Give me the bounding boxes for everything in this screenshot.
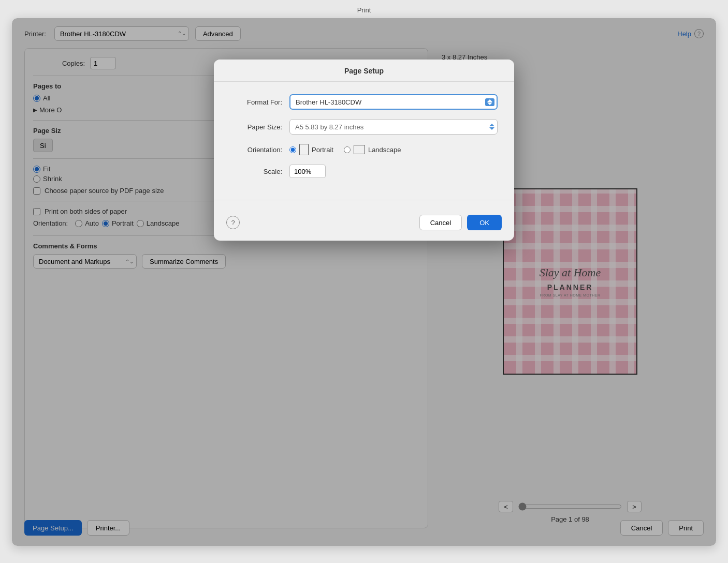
modal-help-button[interactable]: ? [226, 216, 240, 229]
format-for-label: Format For: [230, 98, 282, 106]
portrait-icon [299, 144, 309, 155]
paper-size-label: Paper Size: [230, 123, 282, 131]
modal-orientation-row: Orientation: Portrait Landscape [230, 144, 498, 155]
paper-up-icon [489, 124, 494, 126]
modal-landscape-option[interactable]: Landscape [344, 145, 401, 154]
format-for-arrow [485, 98, 494, 106]
paper-size-arrow [489, 124, 494, 130]
paper-down-icon [489, 127, 494, 130]
modal-orientation-label: Orientation: [230, 146, 282, 154]
landscape-icon [354, 145, 365, 154]
modal-overlay: Page Setup Format For: Brother HL-3180CD… [12, 18, 716, 546]
page-setup-modal: Page Setup Format For: Brother HL-3180CD… [214, 60, 514, 241]
window-title: Print [357, 6, 371, 14]
modal-portrait-radio[interactable] [289, 146, 296, 153]
format-for-select[interactable]: Brother HL-3180CDW [289, 94, 498, 110]
arrow-down-icon [487, 102, 492, 105]
paper-size-row: Paper Size: A5 5.83 by 8.27 inches [230, 119, 498, 135]
modal-landscape-radio[interactable] [344, 146, 351, 153]
modal-content: Format For: Brother HL-3180CDW Paper Siz… [214, 82, 514, 196]
modal-portrait-option[interactable]: Portrait [289, 144, 333, 155]
scale-input[interactable] [289, 165, 326, 178]
print-dialog: Printer: Brother HL-3180CDW Advanced Hel… [12, 18, 716, 546]
paper-size-select[interactable]: A5 5.83 by 8.27 inches [289, 119, 498, 135]
scale-row: Scale: [230, 165, 498, 178]
modal-ok-button[interactable]: OK [467, 215, 502, 230]
orientation-options: Portrait Landscape [289, 144, 401, 155]
modal-title-bar: Page Setup [214, 60, 514, 82]
arrow-up-icon [487, 99, 492, 102]
format-for-select-wrapper: Brother HL-3180CDW [289, 94, 498, 110]
modal-cancel-button[interactable]: Cancel [419, 215, 462, 230]
scale-label: Scale: [230, 168, 282, 175]
modal-footer: ? Cancel OK [214, 209, 514, 241]
format-for-row: Format For: Brother HL-3180CDW [230, 94, 498, 110]
title-bar: Print [0, 0, 728, 18]
paper-size-select-wrapper: A5 5.83 by 8.27 inches [289, 119, 498, 135]
modal-title: Page Setup [344, 67, 384, 75]
